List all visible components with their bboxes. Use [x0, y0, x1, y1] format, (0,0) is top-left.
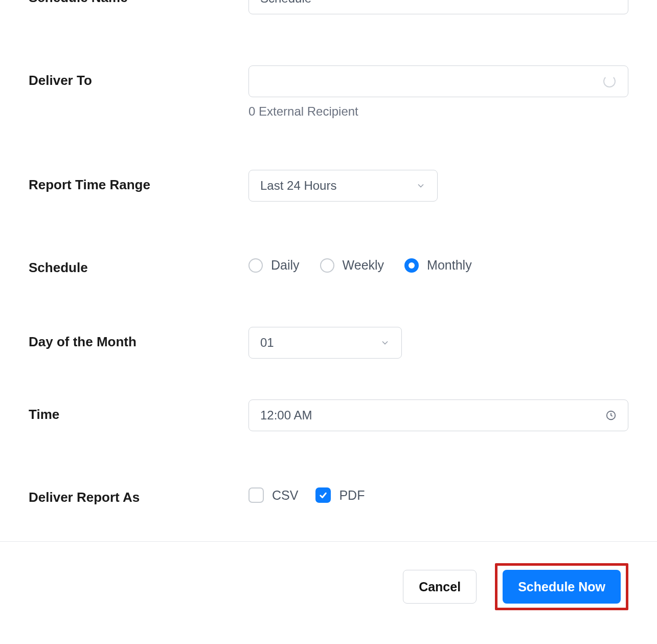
label-deliver-to: Deliver To	[29, 65, 248, 88]
radio-icon	[320, 258, 334, 273]
form-area: Schedule Name Schedule Deliver To 0 Exte…	[0, 0, 657, 541]
checkbox-icon	[248, 487, 264, 503]
checkbox-icon	[315, 487, 331, 503]
chevron-down-icon	[380, 338, 390, 348]
time-input[interactable]: 12:00 AM	[248, 399, 628, 431]
radio-weekly-label: Weekly	[343, 258, 384, 273]
time-value: 12:00 AM	[260, 408, 312, 423]
control-report-time-range: Last 24 Hours	[248, 170, 628, 202]
row-time: Time 12:00 AM	[29, 399, 628, 431]
schedule-name-value: Schedule	[260, 0, 311, 6]
label-day-of-month: Day of the Month	[29, 327, 248, 350]
radio-icon	[248, 258, 263, 273]
row-report-time-range: Report Time Range Last 24 Hours	[29, 170, 628, 202]
label-time: Time	[29, 399, 248, 423]
control-schedule-name: Schedule	[248, 0, 628, 14]
label-deliver-as: Deliver Report As	[29, 482, 248, 505]
day-of-month-select[interactable]: 01	[248, 327, 402, 359]
row-schedule-name: Schedule Name Schedule	[29, 0, 628, 14]
cancel-button[interactable]: Cancel	[403, 570, 477, 604]
schedule-now-button[interactable]: Schedule Now	[503, 570, 621, 604]
deliver-as-checkbox-group: CSV PDF	[248, 482, 628, 503]
radio-daily[interactable]: Daily	[248, 258, 300, 273]
day-of-month-value: 01	[260, 336, 274, 350]
deliver-to-input[interactable]	[248, 65, 628, 97]
report-time-range-value: Last 24 Hours	[260, 179, 336, 193]
control-time: 12:00 AM	[248, 399, 628, 431]
radio-daily-label: Daily	[271, 258, 300, 273]
checkbox-csv-label: CSV	[272, 488, 298, 503]
control-deliver-as: CSV PDF	[248, 482, 628, 503]
checkbox-pdf-label: PDF	[339, 488, 365, 503]
label-schedule: Schedule	[29, 253, 248, 276]
deliver-to-helper: 0 External Recipient	[248, 104, 628, 119]
row-deliver-as: Deliver Report As CSV PDF	[29, 482, 628, 505]
footer: Cancel Schedule Now	[0, 541, 657, 631]
control-day-of-month: 01	[248, 327, 628, 359]
row-deliver-to: Deliver To 0 External Recipient	[29, 65, 628, 119]
clock-icon	[605, 410, 617, 421]
radio-weekly[interactable]: Weekly	[320, 258, 384, 273]
loading-spinner-icon	[603, 75, 616, 87]
row-day-of-month: Day of the Month 01	[29, 327, 628, 359]
chevron-down-icon	[416, 181, 426, 191]
report-time-range-select[interactable]: Last 24 Hours	[248, 170, 438, 202]
label-report-time-range: Report Time Range	[29, 170, 248, 193]
radio-monthly[interactable]: Monthly	[404, 258, 472, 273]
checkbox-pdf[interactable]: PDF	[315, 487, 365, 503]
label-schedule-name: Schedule Name	[29, 0, 248, 6]
control-deliver-to: 0 External Recipient	[248, 65, 628, 119]
schedule-name-input[interactable]: Schedule	[248, 0, 628, 14]
schedule-radio-group: Daily Weekly Monthly	[248, 253, 628, 273]
control-schedule: Daily Weekly Monthly	[248, 253, 628, 273]
schedule-form-page: Schedule Name Schedule Deliver To 0 Exte…	[0, 0, 657, 631]
radio-icon	[404, 258, 419, 273]
highlight-annotation: Schedule Now	[495, 563, 628, 610]
checkbox-csv[interactable]: CSV	[248, 487, 298, 503]
row-schedule: Schedule Daily Weekly Monthly	[29, 253, 628, 276]
radio-monthly-label: Monthly	[427, 258, 472, 273]
